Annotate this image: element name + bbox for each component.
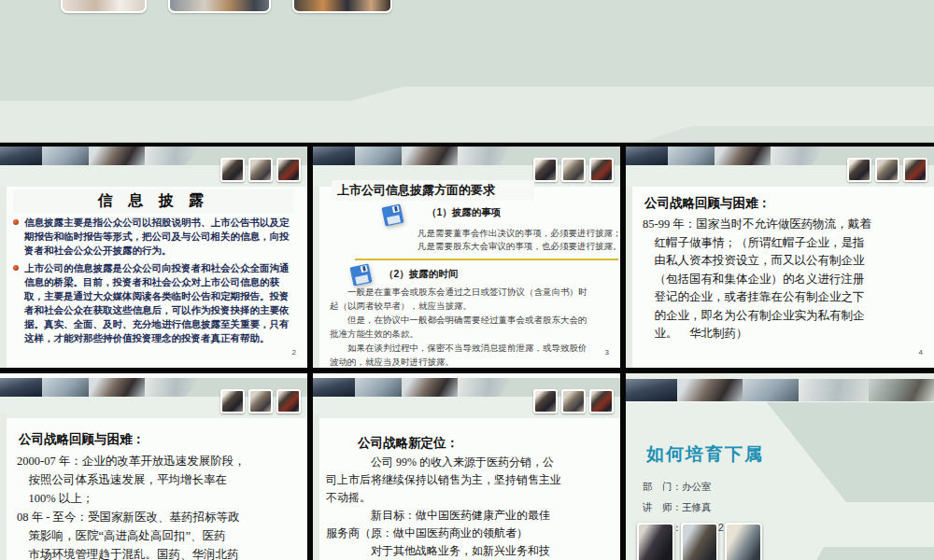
buildings-photo: [0, 147, 42, 165]
person-photo: [677, 379, 743, 401]
left-edge-band: [313, 187, 319, 368]
slide-title: 上市公司信息披露方面的要求: [332, 180, 534, 201]
mini-photo: [561, 158, 586, 182]
mini-photo: [248, 389, 273, 413]
hands-photo: [869, 379, 934, 401]
buildings-photo: [313, 378, 355, 397]
slide-thumbnail-6[interactable]: 公司战略新定位： 公司 99% 的收入来源于医药分销，公 司上市后将继续保持以销…: [313, 373, 620, 560]
mini-photo: [875, 158, 899, 182]
mini-photo: [589, 158, 614, 182]
mini-photo-row: [847, 158, 927, 182]
mini-photo-row: [533, 158, 614, 182]
slide-title: 公司战略新定位：: [358, 435, 459, 452]
bullet-dot-icon: [13, 265, 19, 271]
bullet-dot-icon: [13, 219, 19, 225]
office-photo: [42, 147, 89, 165]
bullet-text: 上市公司的信息披露是公众公司向投资者和社会公众全面沟通信息的桥梁。目前，投资者和…: [24, 262, 290, 343]
mini-photo: [533, 158, 558, 182]
slide-title: 如何培育下属: [646, 442, 764, 467]
header-photo-collage: [0, 147, 201, 165]
header-photo-collage: [313, 378, 514, 397]
bullet-item: 信息披露主要是指公众公司以招股说明书、上市公告书以及定期报告和临时报告等形式，把…: [11, 216, 291, 258]
top-partial-slide[interactable]: [0, 0, 934, 143]
header-photo-collage: [626, 379, 934, 401]
bullet-text: 信息披露主要是指公众公司以招股说明书、上市公告书以及定期报告和临时报告等形式，把…: [24, 217, 290, 256]
office-photo: [355, 378, 402, 397]
section-heading: （1）披露的事项: [427, 206, 501, 219]
office-photo: [743, 379, 799, 401]
person-photo: [89, 378, 145, 397]
buildings-photo: [313, 147, 355, 165]
mini-photo: [903, 158, 927, 182]
slide-title: 公司战略回顾与困难：: [644, 195, 771, 212]
mini-photo: [220, 158, 245, 182]
buildings-photo: [626, 147, 668, 165]
section-body: 一般是在董事会或股东会通过之日或签订协议（含意向书）时 起（以两者较早者），就应…: [330, 285, 587, 368]
mini-photo-row: [220, 158, 301, 182]
header-photo-collage: [313, 147, 514, 165]
floppy-disk-icon: [380, 203, 405, 228]
section-body: 凡是需要董事会作出决议的事项，必须要进行披露； 凡是需要股东大会审议的事项，也必…: [417, 227, 620, 253]
yellow-divider: [355, 259, 618, 260]
mini-photo: [276, 389, 301, 413]
mini-photo: [533, 389, 558, 413]
slide-thumbnail-2[interactable]: 信 息 披 露 信息披露主要是指公众公司以招股说明书、上市公告书以及定期报告和临…: [0, 147, 307, 368]
left-edge-band: [0, 187, 7, 368]
slide-thumbnail-4[interactable]: 公司战略回顾与困难： 85-99 年：国家当时不允许做医药物流，戴着 红帽子做事…: [626, 147, 934, 368]
slide-thumbnail-5[interactable]: 公司战略回顾与困难： 2000-07 年：企业的改革开放迅速发展阶段， 按照公司…: [0, 373, 307, 560]
person-photo: [402, 147, 458, 165]
buildings-photo: [626, 379, 677, 401]
mini-photo: [276, 158, 301, 182]
header-photo-collage: [626, 147, 827, 165]
photo-thumbnail: [168, 0, 271, 13]
mini-photo: [847, 158, 871, 182]
bullet-list: 信息披露主要是指公众公司以招股说明书、上市公告书以及定期报告和临时报告等形式，把…: [11, 216, 291, 349]
photo-thumbnail: [637, 523, 674, 560]
person-photo: [89, 147, 145, 165]
person-photo: [715, 147, 771, 165]
mini-photo: [248, 158, 273, 182]
floppy-disk-icon: [348, 262, 374, 287]
slide-thumbnail-7[interactable]: 如何培育下属 部 门：办公室 讲 师：王修真 时 间：2011 年 2 月 21…: [626, 373, 934, 560]
mini-photo: [220, 389, 245, 413]
mini-photo-row: [533, 389, 614, 413]
page-number: 4: [919, 348, 923, 357]
photo-thumbnail: [681, 523, 718, 560]
photo-thumbnail: [292, 0, 392, 13]
office-photo: [799, 379, 869, 401]
bullet-item: 上市公司的信息披露是公众公司向投资者和社会公众全面沟通信息的桥梁。目前，投资者和…: [11, 261, 291, 345]
section-heading: （2）披露的时间: [384, 268, 458, 281]
left-edge-band: [313, 413, 319, 560]
office-photo: [668, 147, 715, 165]
slide-body: 85-99 年：国家当时不允许做医药物流，戴着 红帽子做事情；（所谓红帽子企业，…: [643, 216, 871, 343]
mini-photo: [561, 389, 586, 413]
slide-body: 公司 99% 的收入来源于医药分销，公 司上市后将继续保持以销售为主，坚持销售主…: [326, 454, 561, 560]
mini-photo: [589, 389, 614, 413]
left-edge-band: [626, 187, 632, 368]
office-photo: [355, 147, 402, 165]
slide-thumbnail-3[interactable]: 上市公司信息披露方面的要求 （1）披露的事项 凡是需要董事会作出决议的事项，必须…: [313, 147, 620, 368]
photo-row: [637, 523, 762, 560]
slide-sorter-canvas: 信 息 披 露 信息披露主要是指公众公司以招股说明书、上市公告书以及定期报告和临…: [0, 0, 934, 560]
photo-thumbnail: [725, 523, 762, 560]
person-photo: [402, 378, 458, 397]
header-photo-collage: [0, 378, 201, 397]
left-edge-band: [0, 413, 7, 560]
slide-body: 2000-07 年：企业的改革开放迅速发展阶段， 按照公司体系迅速发展，平均增长…: [17, 452, 246, 560]
mini-photo-row: [220, 389, 301, 413]
page-number: 2: [292, 348, 296, 357]
slide-title: 公司战略回顾与困难：: [19, 431, 145, 448]
buildings-photo: [0, 378, 42, 397]
page-number: 3: [605, 348, 609, 357]
office-photo: [42, 378, 89, 397]
photo-thumbnail: [61, 0, 147, 13]
slide-title: 信 息 披 露: [13, 189, 294, 213]
